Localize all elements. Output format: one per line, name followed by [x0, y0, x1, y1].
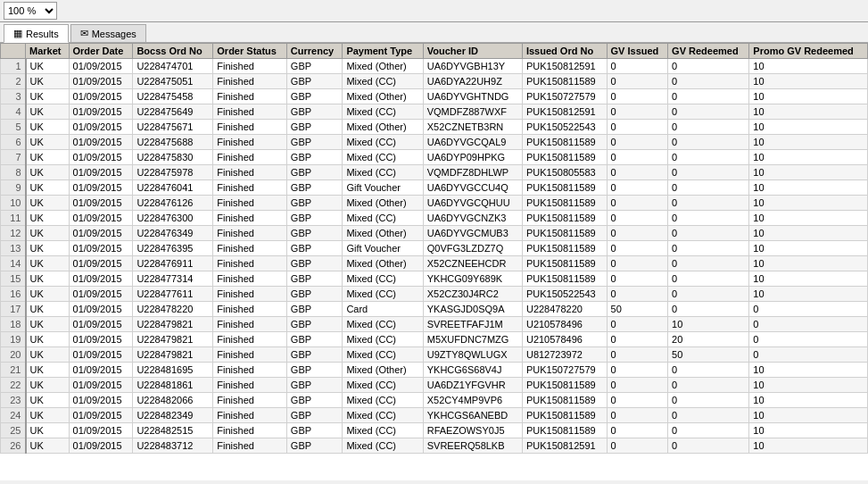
table-cell: GBP	[286, 347, 343, 363]
table-row[interactable]: 25UK01/09/2015U228482515FinishedGBPMixed…	[1, 423, 868, 438]
table-row[interactable]: 15UK01/09/2015U228477314FinishedGBPMixed…	[1, 271, 868, 287]
table-cell: UK	[26, 378, 70, 393]
table-cell: Finished	[213, 423, 287, 438]
table-row[interactable]: 20UK01/09/2015U228479821FinishedGBPMixed…	[1, 347, 868, 363]
table-cell: U228477611	[133, 287, 213, 302]
col-header-payment-type[interactable]: Payment Type	[343, 44, 423, 59]
table-cell: U228479821	[133, 347, 213, 363]
zoom-select[interactable]: 100 % 75 % 125 % 150 %	[4, 2, 57, 20]
table-cell: 0	[607, 347, 668, 363]
col-header-gv-issued[interactable]: GV Issued	[607, 44, 668, 59]
table-row[interactable]: 8UK01/09/2015U228475978FinishedGBPMixed …	[1, 165, 868, 180]
table-cell: UK	[26, 120, 70, 135]
table-cell: U812723972	[522, 347, 607, 363]
table-cell: 0	[668, 196, 749, 211]
table-cell: UA6DYVGHTNDG	[423, 89, 522, 104]
table-cell: 0	[668, 287, 749, 302]
table-cell: UA6DYVGCMUB3	[423, 226, 522, 241]
table-row[interactable]: 17UK01/09/2015U228478220FinishedGBPCardY…	[1, 302, 868, 317]
table-cell: U228475688	[133, 135, 213, 150]
table-cell: PUK150811589	[522, 196, 607, 211]
table-row[interactable]: 1UK01/09/2015U228474701FinishedGBPMixed …	[1, 59, 868, 74]
table-row[interactable]: 11UK01/09/2015U228476300FinishedGBPMixed…	[1, 211, 868, 226]
col-header-order-status[interactable]: Order Status	[213, 44, 287, 59]
table-cell: UK	[26, 165, 70, 180]
col-header-issued-ord-no[interactable]: Issued Ord No	[522, 44, 607, 59]
table-cell: U228475830	[133, 150, 213, 165]
table-cell: U228475978	[133, 165, 213, 180]
table-row[interactable]: 21UK01/09/2015U228481695FinishedGBPMixed…	[1, 363, 868, 378]
table-cell: 10	[749, 423, 868, 438]
table-cell: PUK150811589	[522, 150, 607, 165]
table-cell: PUK150805583	[522, 165, 607, 180]
table-cell: GBP	[286, 363, 343, 378]
table-row[interactable]: 23UK01/09/2015U228482066FinishedGBPMixed…	[1, 393, 868, 408]
table-cell: 10	[749, 438, 868, 454]
table-cell: 10	[749, 150, 868, 165]
table-cell: U228475458	[133, 89, 213, 104]
table-cell: 0	[668, 89, 749, 104]
tab-results-label: Results	[26, 29, 59, 39]
row-number-cell: 9	[1, 180, 26, 196]
table-cell: 01/09/2015	[69, 135, 133, 150]
table-cell: 50	[607, 302, 668, 317]
table-row[interactable]: 14UK01/09/2015U228476911FinishedGBPMixed…	[1, 256, 868, 271]
table-row[interactable]: 5UK01/09/2015U228475671FinishedGBPMixed …	[1, 120, 868, 135]
table-row[interactable]: 13UK01/09/2015U228476395FinishedGBPGift …	[1, 241, 868, 256]
table-cell: 0	[668, 438, 749, 454]
toolbar: 100 % 75 % 125 % 150 % ▦ Results ✉ Messa…	[0, 0, 868, 43]
table-cell: PUK150811589	[522, 180, 607, 196]
table-cell: 0	[607, 363, 668, 378]
table-row[interactable]: 26UK01/09/2015U228483712FinishedGBPMixed…	[1, 438, 868, 454]
table-cell: UK	[26, 104, 70, 120]
table-cell: U210578496	[522, 332, 607, 347]
table-cell: RFAEZOWSY0J5	[423, 423, 522, 438]
table-cell: Finished	[213, 104, 287, 120]
tab-results[interactable]: ▦ Results	[4, 24, 69, 43]
col-header-market[interactable]: Market	[26, 44, 70, 59]
table-cell: PUK150811589	[522, 408, 607, 423]
table-cell: 0	[668, 423, 749, 438]
table-cell: UK	[26, 332, 70, 347]
table-row[interactable]: 10UK01/09/2015U228476126FinishedGBPMixed…	[1, 196, 868, 211]
table-row[interactable]: 16UK01/09/2015U228477611FinishedGBPMixed…	[1, 287, 868, 302]
table-row[interactable]: 22UK01/09/2015U228481861FinishedGBPMixed…	[1, 378, 868, 393]
table-cell: 10	[749, 393, 868, 408]
table-cell: UK	[26, 59, 70, 74]
table-cell: Mixed (Other)	[343, 120, 423, 135]
table-cell: GBP	[286, 180, 343, 196]
table-row[interactable]: 3UK01/09/2015U228475458FinishedGBPMixed …	[1, 89, 868, 104]
table-row[interactable]: 4UK01/09/2015U228475649FinishedGBPMixed …	[1, 104, 868, 120]
table-cell: GBP	[286, 196, 343, 211]
col-header-bocss-ord-no[interactable]: Bocss Ord No	[133, 44, 213, 59]
col-header-promo-gv-redeemed[interactable]: Promo GV Redeemed	[749, 44, 868, 59]
table-cell: Mixed (CC)	[343, 423, 423, 438]
table-cell: 01/09/2015	[69, 408, 133, 423]
table-row[interactable]: 9UK01/09/2015U228476041FinishedGBPGift V…	[1, 180, 868, 196]
row-number-cell: 6	[1, 135, 26, 150]
table-cell: 01/09/2015	[69, 89, 133, 104]
table-row[interactable]: 18UK01/09/2015U228479821FinishedGBPMixed…	[1, 317, 868, 332]
table-cell: Finished	[213, 59, 287, 74]
row-number-cell: 26	[1, 438, 26, 454]
table-row[interactable]: 2UK01/09/2015U228475051FinishedGBPMixed …	[1, 74, 868, 89]
col-header-gv-redeemed[interactable]: GV Redeemed	[668, 44, 749, 59]
table-row[interactable]: 12UK01/09/2015U228476349FinishedGBPMixed…	[1, 226, 868, 241]
col-header-order-date[interactable]: Order Date	[69, 44, 133, 59]
table-cell: U228475051	[133, 74, 213, 89]
table-cell: PUK150811589	[522, 241, 607, 256]
col-header-voucher-id[interactable]: Voucher ID	[423, 44, 522, 59]
table-header-row: Market Order Date Bocss Ord No Order Sta…	[1, 44, 868, 59]
table-cell: PUK150727579	[522, 89, 607, 104]
table-row[interactable]: 6UK01/09/2015U228475688FinishedGBPMixed …	[1, 135, 868, 150]
table-cell: UK	[26, 423, 70, 438]
table-cell: SVREERQ58LKB	[423, 438, 522, 454]
table-row[interactable]: 24UK01/09/2015U228482349FinishedGBPMixed…	[1, 408, 868, 423]
table-row[interactable]: 19UK01/09/2015U228479821FinishedGBPMixed…	[1, 332, 868, 347]
table-row[interactable]: 7UK01/09/2015U228475830FinishedGBPMixed …	[1, 150, 868, 165]
col-header-currency[interactable]: Currency	[286, 44, 343, 59]
table-cell: 0	[668, 241, 749, 256]
table-cell: 10	[749, 408, 868, 423]
table-cell: PUK150811589	[522, 423, 607, 438]
tab-messages[interactable]: ✉ Messages	[70, 24, 146, 42]
